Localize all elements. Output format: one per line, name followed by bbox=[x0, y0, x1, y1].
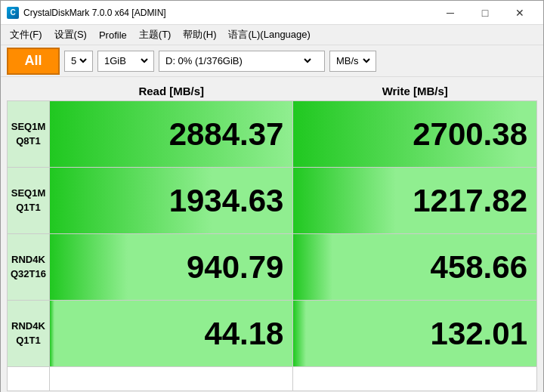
table-row: RND4KQ32T16940.79458.66 bbox=[8, 234, 537, 301]
footer-write bbox=[293, 367, 537, 391]
table-header: Read [MB/s] Write [MB/s] bbox=[8, 82, 537, 101]
read-header: Read [MB/s] bbox=[49, 82, 293, 101]
unit-select-wrap[interactable]: MB/s GB/s IOPS μs bbox=[329, 51, 376, 72]
read-value-2: 940.79 bbox=[49, 234, 293, 301]
count-select-wrap[interactable]: 5 1 3 9 bbox=[64, 51, 93, 72]
footer-row bbox=[8, 367, 537, 391]
drive-select-wrap[interactable]: D: 0% (1/376GiB) bbox=[159, 51, 325, 72]
row-label-1: SEQ1MQ1T1 bbox=[8, 168, 50, 234]
count-select[interactable]: 5 1 3 9 bbox=[68, 54, 89, 67]
table-row: SEQ1MQ8T12884.372700.38 bbox=[8, 101, 537, 168]
close-button[interactable]: ✕ bbox=[502, 1, 537, 25]
table-row: RND4KQ1T144.18132.01 bbox=[8, 301, 537, 367]
benchmark-table: Read [MB/s] Write [MB/s] SEQ1MQ8T12884.3… bbox=[7, 82, 537, 391]
all-button[interactable]: All bbox=[7, 48, 60, 75]
drive-select[interactable]: D: 0% (1/376GiB) bbox=[162, 54, 314, 67]
table-row: SEQ1MQ1T11934.631217.82 bbox=[8, 168, 537, 234]
menu-item-h[interactable]: 帮助(H) bbox=[177, 25, 222, 45]
read-value-1: 1934.63 bbox=[49, 168, 293, 234]
minimize-button[interactable]: ─ bbox=[433, 1, 468, 25]
menu-item-t[interactable]: 主题(T) bbox=[133, 25, 178, 45]
benchmark-area: Read [MB/s] Write [MB/s] SEQ1MQ8T12884.3… bbox=[1, 77, 543, 392]
row-label-0: SEQ1MQ8T1 bbox=[8, 101, 50, 168]
menu-item-f[interactable]: 文件(F) bbox=[4, 25, 48, 45]
read-value-3: 44.18 bbox=[49, 301, 293, 367]
write-value-0: 2700.38 bbox=[293, 101, 537, 168]
write-header: Write [MB/s] bbox=[293, 82, 537, 101]
read-value-0: 2884.37 bbox=[49, 101, 293, 168]
main-window: C CrystalDiskMark 7.0.0 x64 [ADMIN] ─ □ … bbox=[0, 0, 544, 392]
menu-item-llanguage[interactable]: 语言(L)(Language) bbox=[222, 25, 316, 45]
menu-item-profile[interactable]: Profile bbox=[93, 26, 133, 44]
maximize-button[interactable]: □ bbox=[468, 1, 502, 25]
label-header bbox=[8, 82, 50, 101]
toolbar: All 5 1 3 9 1GiB 512MiB 2GiB 4GiB D: 0% … bbox=[1, 45, 543, 77]
write-value-3: 132.01 bbox=[293, 301, 537, 367]
row-label-3: RND4KQ1T1 bbox=[8, 301, 50, 367]
window-controls: ─ □ ✕ bbox=[433, 1, 537, 25]
size-select-wrap[interactable]: 1GiB 512MiB 2GiB 4GiB bbox=[97, 51, 154, 72]
write-value-1: 1217.82 bbox=[293, 168, 537, 234]
menu-bar: 文件(F)设置(S)Profile主题(T)帮助(H)语言(L)(Languag… bbox=[1, 25, 543, 45]
row-label-2: RND4KQ32T16 bbox=[8, 234, 50, 301]
unit-select[interactable]: MB/s GB/s IOPS μs bbox=[333, 54, 372, 67]
write-value-2: 458.66 bbox=[293, 234, 537, 301]
footer-label bbox=[8, 367, 50, 391]
window-title: CrystalDiskMark 7.0.0 x64 [ADMIN] bbox=[23, 8, 433, 18]
footer-read bbox=[49, 367, 293, 391]
app-icon: C bbox=[7, 7, 19, 19]
title-bar: C CrystalDiskMark 7.0.0 x64 [ADMIN] ─ □ … bbox=[1, 1, 543, 25]
size-select[interactable]: 1GiB 512MiB 2GiB 4GiB bbox=[101, 54, 150, 67]
menu-item-s[interactable]: 设置(S) bbox=[48, 25, 93, 45]
